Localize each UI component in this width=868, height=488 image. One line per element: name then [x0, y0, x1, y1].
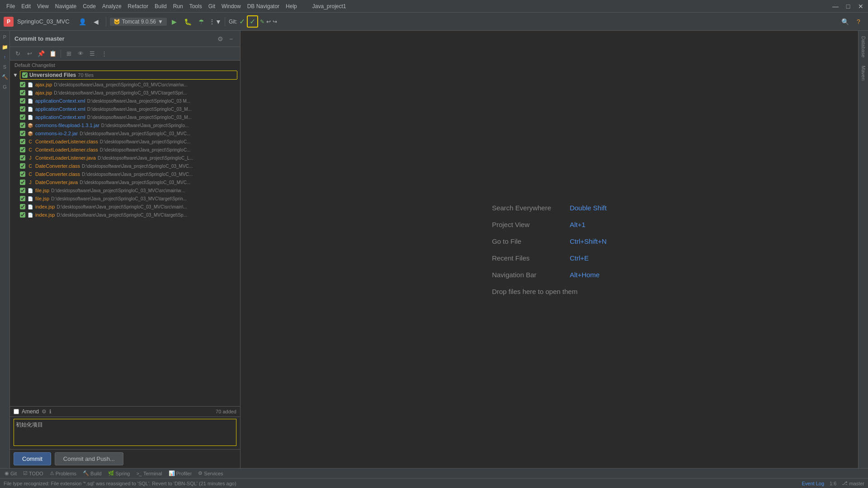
- pin-button[interactable]: 📌: [36, 49, 46, 59]
- sort-button[interactable]: ☰: [87, 49, 97, 59]
- bottom-tool-profiler[interactable]: 📊Profiler: [166, 469, 195, 477]
- file-checkbox[interactable]: [20, 82, 25, 87]
- bottom-tool-spring[interactable]: 🌿Spring: [105, 469, 133, 477]
- file-checkbox[interactable]: [20, 155, 25, 161]
- file-checkbox[interactable]: [20, 147, 25, 152]
- file-checkbox[interactable]: [20, 90, 25, 95]
- bottom-tool-services[interactable]: ⚙Services: [195, 469, 226, 477]
- table-row[interactable]: CContextLoaderListener.classD:\desktopso…: [10, 137, 240, 146]
- table-row[interactable]: 📄applicationContext.xmlD:\desktopsoftwar…: [10, 105, 240, 113]
- amend-settings-icon[interactable]: ⚙: [42, 408, 47, 415]
- commit-settings-button[interactable]: ⚙: [216, 34, 225, 43]
- back-button[interactable]: ◀: [90, 16, 102, 28]
- git-revert-icon[interactable]: ↩: [266, 19, 271, 25]
- table-row[interactable]: 📄ajax.jspD:\desktopsoftware\Java_project…: [10, 89, 240, 97]
- git-edit-icon[interactable]: ✎: [260, 19, 264, 25]
- sidebar-icon-files[interactable]: 📁: [0, 43, 9, 52]
- menu-item-window[interactable]: Window: [219, 2, 244, 10]
- file-checkbox[interactable]: [20, 114, 25, 120]
- file-list-container[interactable]: ▼ Unversioned Files 70 files 📄ajax.jspD:…: [10, 70, 240, 406]
- file-checkbox[interactable]: [20, 98, 25, 104]
- file-checkbox[interactable]: [20, 106, 25, 112]
- bottom-tool-build[interactable]: 🔨Build: [80, 469, 104, 477]
- git-highlight-btn[interactable]: ✓: [247, 15, 258, 28]
- sidebar-icon-git[interactable]: G: [0, 82, 9, 91]
- commit-and-push-button[interactable]: Commit and Push...: [55, 452, 123, 465]
- menu-item-file[interactable]: File: [4, 2, 18, 10]
- file-checkbox[interactable]: [20, 188, 25, 193]
- sidebar-icon-project[interactable]: P: [0, 33, 9, 42]
- commit-panel-close[interactable]: −: [226, 34, 236, 43]
- unversioned-files-header[interactable]: ▼ Unversioned Files 70 files: [10, 70, 240, 81]
- search-button[interactable]: 🔍: [839, 16, 851, 28]
- commit-message-input[interactable]: [14, 419, 236, 446]
- bottom-tool-todo[interactable]: ☑TODO: [20, 469, 46, 477]
- file-checkbox[interactable]: [20, 180, 25, 185]
- table-row[interactable]: 📄index.jspD:\desktopsoftware\Java_projec…: [10, 203, 240, 211]
- view-button[interactable]: 📋: [48, 49, 58, 59]
- table-row[interactable]: 📄index.jspD:\desktopsoftware\Java_projec…: [10, 211, 240, 219]
- maximize-button[interactable]: □: [844, 3, 852, 10]
- bottom-tool-git[interactable]: ◉Git: [2, 469, 19, 477]
- profile-button[interactable]: 👤: [77, 16, 89, 28]
- sidebar-icon-build[interactable]: 🔨: [0, 72, 9, 81]
- file-checkbox[interactable]: [20, 196, 25, 201]
- help-button[interactable]: ?: [853, 16, 864, 28]
- maven-sidebar-label[interactable]: Maven: [860, 62, 867, 84]
- menu-item-refactor[interactable]: Refactor: [125, 2, 151, 10]
- git-branch[interactable]: ⎇ master: [842, 480, 864, 486]
- table-row[interactable]: 📄applicationContext.xmlD:\desktopsoftwar…: [10, 97, 240, 105]
- menu-item-tools[interactable]: Tools: [187, 2, 205, 10]
- database-sidebar-label[interactable]: Database: [860, 33, 867, 61]
- table-row[interactable]: CDateConverter.classD:\desktopsoftware\J…: [10, 170, 240, 178]
- menu-item-help[interactable]: Help: [283, 2, 300, 10]
- table-row[interactable]: 📦commons-fileupload-1.3.1.jarD:\desktops…: [10, 121, 240, 129]
- menu-item-git[interactable]: Git: [206, 2, 218, 10]
- sidebar-icon-structure[interactable]: S: [0, 62, 9, 71]
- menu-item-db navigator[interactable]: DB Navigator: [245, 2, 282, 10]
- eye-button[interactable]: 👁: [75, 49, 85, 59]
- menu-item-navigate[interactable]: Navigate: [52, 2, 79, 10]
- more-run-button[interactable]: ⋮▼: [209, 16, 221, 28]
- layout-button[interactable]: ⊞: [64, 49, 74, 59]
- git-forward-icon[interactable]: ↪: [273, 19, 277, 25]
- table-row[interactable]: 📄ajax.jspD:\desktopsoftware\Java_project…: [10, 81, 240, 89]
- event-log-link[interactable]: Event Log: [802, 481, 825, 486]
- minimize-button[interactable]: —: [832, 3, 839, 10]
- unversioned-files-checkbox[interactable]: [22, 72, 28, 78]
- menu-item-edit[interactable]: Edit: [19, 2, 33, 10]
- file-checkbox[interactable]: [20, 212, 25, 218]
- run-button[interactable]: ▶: [169, 16, 180, 28]
- menu-item-build[interactable]: Build: [152, 2, 170, 10]
- bottom-tool-terminal[interactable]: >_Terminal: [133, 470, 165, 477]
- file-checkbox[interactable]: [20, 171, 25, 177]
- table-row[interactable]: 📄applicationContext.xmlD:\desktopsoftwar…: [10, 113, 240, 121]
- amend-checkbox[interactable]: [14, 409, 19, 414]
- file-checkbox[interactable]: [20, 123, 25, 128]
- refresh-button[interactable]: ↻: [13, 49, 23, 59]
- menu-item-analyze[interactable]: Analyze: [99, 2, 124, 10]
- file-checkbox[interactable]: [20, 139, 25, 144]
- undo-button[interactable]: ↩: [24, 49, 34, 59]
- table-row[interactable]: 📄file.jspD:\desktopsoftware\Java_project…: [10, 186, 240, 194]
- file-checkbox[interactable]: [20, 163, 25, 169]
- coverage-button[interactable]: ☂: [196, 16, 208, 28]
- file-checkbox[interactable]: [20, 131, 25, 136]
- table-row[interactable]: CContextLoaderListener.classD:\desktopso…: [10, 146, 240, 154]
- bottom-tool-problems[interactable]: ⚠Problems: [47, 469, 79, 477]
- sidebar-icon-commit[interactable]: ↑: [0, 52, 9, 62]
- menu-item-run[interactable]: Run: [170, 2, 186, 10]
- menu-item-view[interactable]: View: [34, 2, 52, 10]
- debug-button[interactable]: 🐛: [182, 16, 194, 28]
- table-row[interactable]: 📄file.jspD:\desktopsoftware\Java_project…: [10, 194, 240, 203]
- filter-button[interactable]: ⋮: [99, 49, 109, 59]
- amend-info-icon[interactable]: ℹ: [49, 408, 52, 415]
- table-row[interactable]: CDateConverter.classD:\desktopsoftware\J…: [10, 162, 240, 170]
- table-row[interactable]: JContextLoaderListener.javaD:\desktopsof…: [10, 154, 240, 162]
- menu-item-code[interactable]: Code: [80, 2, 99, 10]
- commit-button[interactable]: Commit: [14, 452, 51, 465]
- table-row[interactable]: 📦commons-io-2.2.jarD:\desktopsoftware\Ja…: [10, 129, 240, 137]
- tomcat-selector[interactable]: 🐱 Tomcat 9.0.56 ▼: [110, 18, 167, 26]
- close-button[interactable]: ✕: [857, 3, 864, 10]
- table-row[interactable]: JDateConverter.javaD:\desktopsoftware\Ja…: [10, 178, 240, 186]
